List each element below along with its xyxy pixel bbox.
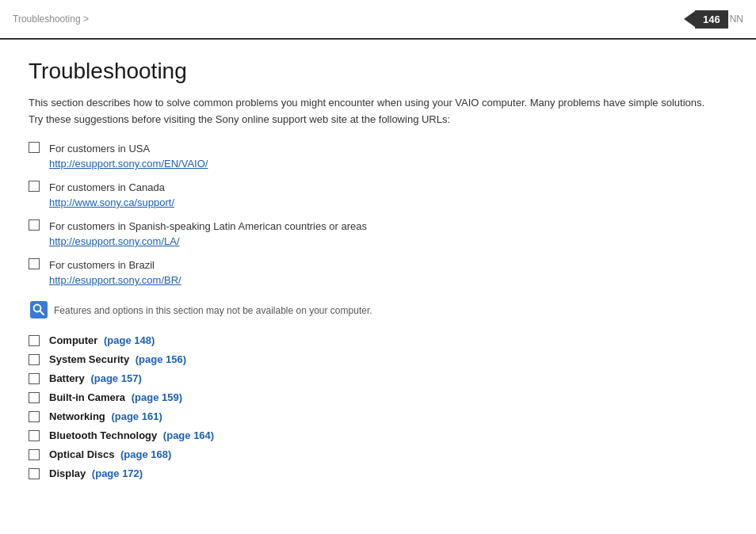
toc-link-6[interactable]: (page 164)	[163, 429, 214, 441]
magnifier-svg-icon	[30, 301, 48, 318]
support-links-list: For customers in USA http://esupport.son…	[29, 141, 727, 288]
toc-label-8: Display	[49, 467, 89, 479]
svg-rect-0	[30, 301, 48, 318]
toc-item: Built-in Camera (page 159)	[29, 391, 727, 403]
page-title: Troubleshooting	[29, 59, 727, 84]
canada-link[interactable]: http://www.sony.ca/support/	[49, 195, 174, 211]
toc-link-3[interactable]: (page 157)	[90, 372, 141, 384]
arrow-icon	[684, 11, 695, 27]
toc-label-4: Built-in Camera	[49, 391, 128, 403]
toc-section: Computer (page 148) System Security (pag…	[29, 334, 727, 479]
item-label-1: For customers in USA	[49, 141, 208, 157]
brazil-link[interactable]: http://esupport.sony.com/BR/	[49, 273, 181, 288]
toc-link-4[interactable]: (page 159)	[132, 391, 182, 403]
toc-label-1: Computer	[49, 334, 101, 346]
page-number-container: 146 NN	[684, 10, 743, 29]
toc-label-7: Optical Discs	[49, 448, 117, 460]
page-number: 146	[695, 10, 728, 29]
toc-link-1[interactable]: (page 148)	[104, 334, 155, 346]
toc-label-3: Battery	[49, 372, 87, 384]
toc-item: Networking (page 161)	[29, 410, 727, 422]
toc-checkbox-8	[29, 468, 40, 479]
checkbox-icon-4	[29, 258, 40, 269]
intro-paragraph: This section describes how to solve comm…	[29, 95, 710, 128]
toc-item: Computer (page 148)	[29, 334, 727, 346]
toc-checkbox-2	[29, 354, 40, 365]
list-item: For customers in USA http://esupport.son…	[29, 141, 727, 172]
toc-checkbox-6	[29, 430, 40, 441]
toc-checkbox-7	[29, 449, 40, 460]
breadcrumb: Troubleshooting >	[13, 13, 89, 25]
toc-item: System Security (page 156)	[29, 353, 727, 365]
checkbox-icon-2	[29, 181, 40, 192]
main-content: Troubleshooting This section describes h…	[0, 40, 756, 505]
item-content-1: For customers in USA http://esupport.son…	[49, 141, 208, 172]
note-text: Features and options in this section may…	[54, 301, 372, 318]
toc-label-2: System Security	[49, 353, 132, 365]
toc-item: Bluetooth Technology (page 164)	[29, 429, 727, 441]
toc-checkbox-4	[29, 392, 40, 403]
toc-item: Battery (page 157)	[29, 372, 727, 384]
toc-checkbox-5	[29, 411, 40, 422]
toc-label-6: Bluetooth Technology	[49, 429, 160, 441]
toc-item: Optical Discs (page 168)	[29, 448, 727, 460]
checkbox-icon-1	[29, 142, 40, 153]
toc-link-7[interactable]: (page 168)	[120, 448, 171, 460]
item-label-3: For customers in Spanish-speaking Latin …	[49, 219, 367, 235]
toc-checkbox-1	[29, 335, 40, 346]
usa-link[interactable]: http://esupport.sony.com/EN/VAIO/	[49, 156, 208, 172]
toc-link-2[interactable]: (page 156)	[136, 353, 186, 365]
toc-label-5: Networking	[49, 410, 108, 422]
toc-link-8[interactable]: (page 172)	[92, 467, 143, 479]
item-content-2: For customers in Canada http://www.sony.…	[49, 180, 174, 211]
checkbox-icon-3	[29, 219, 40, 231]
item-label-2: For customers in Canada	[49, 180, 174, 196]
list-item: For customers in Brazil http://esupport.…	[29, 257, 727, 288]
item-label-4: For customers in Brazil	[49, 257, 181, 273]
nn-suffix: NN	[730, 13, 743, 25]
note-icon	[30, 301, 48, 318]
item-content-4: For customers in Brazil http://esupport.…	[49, 257, 181, 288]
header-bar: Troubleshooting > 146 NN	[0, 0, 756, 40]
list-item: For customers in Spanish-speaking Latin …	[29, 219, 727, 250]
note-section: Features and options in this section may…	[30, 301, 727, 318]
la-link[interactable]: http://esupport.sony.com/LA/	[49, 234, 367, 250]
toc-item: Display (page 172)	[29, 467, 727, 479]
list-item: For customers in Canada http://www.sony.…	[29, 180, 727, 211]
toc-link-5[interactable]: (page 161)	[111, 410, 162, 422]
item-content-3: For customers in Spanish-speaking Latin …	[49, 219, 367, 250]
toc-checkbox-3	[29, 373, 40, 384]
